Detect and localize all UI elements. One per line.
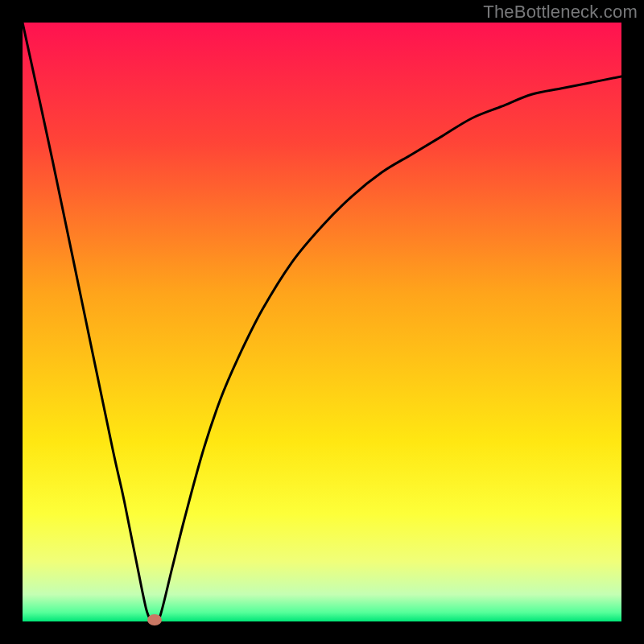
attribution-label: TheBottleneck.com — [483, 2, 638, 23]
bottleneck-chart: TheBottleneck.com — [0, 0, 644, 644]
plot-area — [23, 23, 621, 621]
curve-minimum-marker — [147, 614, 162, 625]
bottleneck-curve — [23, 23, 621, 621]
